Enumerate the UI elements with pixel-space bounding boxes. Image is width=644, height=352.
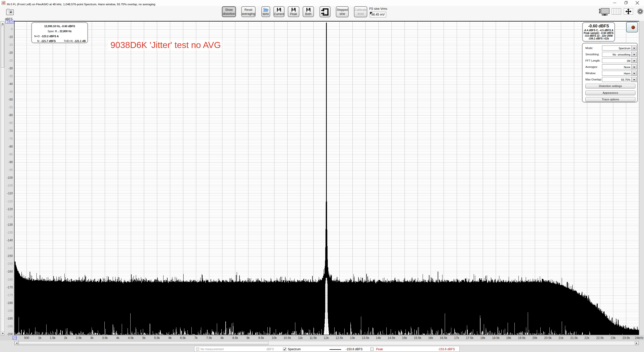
svg-text:9038D6K 'Jitter' test no AVG: 9038D6K 'Jitter' test no AVG bbox=[110, 40, 221, 50]
